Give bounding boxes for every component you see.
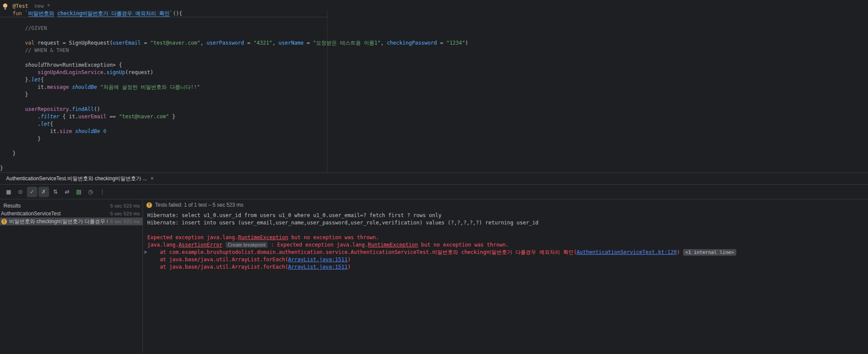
code-token: 비밀번호와 [28, 10, 54, 17]
code-line[interactable]: it.message shouldBe "처음에 설정한 비밀번호와 다릅니다!… [0, 84, 868, 91]
assertion-error-link[interactable]: AssertionError [178, 242, 222, 248]
code-token: Hibernate: insert into users (user_email… [147, 220, 538, 226]
tests-failed-icon: ! [146, 202, 152, 208]
test-history-icon[interactable]: ◷ [85, 187, 96, 197]
test-tree-label: AuthenticationServiceTest [1, 211, 108, 217]
code-line[interactable]: @Test new * [0, 3, 868, 10]
file-line-link[interactable]: ArrayList.java:1511 [288, 257, 347, 263]
code-line[interactable]: //GIVEN [0, 25, 868, 32]
code-token: }. [0, 77, 31, 83]
console-line [147, 227, 868, 234]
code-line[interactable]: } [0, 165, 868, 172]
code-token: Expected exception java.lang. [147, 234, 238, 240]
code-token: let [31, 77, 41, 83]
code-token: , [200, 40, 206, 46]
test-tree-label: Results [3, 203, 108, 209]
code-token [680, 249, 683, 255]
internal-lines-chip[interactable]: <1 internal line> [683, 249, 736, 256]
code-token: new * [34, 3, 50, 9]
code-token: "요청받은 테스트용 이름1" [313, 40, 381, 46]
code-line[interactable]: }.let{ [0, 76, 868, 84]
sort-alphabetically-icon[interactable]: ⇅ [50, 187, 61, 197]
test-console[interactable]: ! Tests failed: 1 of 1 test – 5 sec 523 … [143, 199, 868, 353]
code-line[interactable]: .filter { it.userEmail == "test@naver.co… [0, 113, 868, 120]
code-token: let [41, 121, 50, 127]
code-line[interactable]: val request = SignUpRequest(userEmail = … [0, 39, 868, 47]
code-token [0, 106, 25, 112]
code-token: = [141, 40, 150, 46]
code-line[interactable]: } [0, 150, 868, 157]
tab-close-icon[interactable]: × [150, 175, 153, 182]
code-token: . [103, 69, 106, 75]
stacktrace-fold-icon[interactable]: > [144, 249, 147, 256]
code-token [0, 10, 13, 16]
code-line[interactable]: shouldThrow<RuntimeException> { [0, 62, 868, 69]
console-line: Hibernate: select u1_0.user_id from user… [147, 212, 868, 219]
show-ignored-icon[interactable]: ⊙ [15, 187, 26, 197]
code-token: "test@naver.com" [119, 114, 169, 120]
code-token: , [381, 40, 387, 46]
test-error-icon: ! [1, 219, 7, 224]
code-token: fun [13, 10, 25, 16]
export-test-results-icon[interactable]: ▤ [74, 187, 84, 197]
code-token [28, 3, 34, 9]
code-token: } [0, 150, 16, 156]
stop-icon[interactable]: ■ [3, 187, 14, 197]
code-token: ) [465, 40, 468, 46]
code-line[interactable]: } [0, 135, 868, 143]
code-token: ` [25, 10, 28, 16]
console-line: at java.base/java.util.ArrayList.forEach… [147, 263, 868, 271]
console-line: > at com.example.brushuptodolist.domain.… [147, 249, 868, 256]
code-token: at java.base/java.util.ArrayList.forEach… [147, 257, 288, 263]
show-failed-icon[interactable]: ✗ [39, 187, 49, 197]
run-tab[interactable]: AuthenticationServiceTest.비밀번호와 checking… [4, 173, 155, 184]
runtime-exception-link[interactable]: RuntimeException [368, 242, 418, 248]
code-token: == [107, 114, 119, 120]
test-tree-row[interactable]: !비밀번호와 checking비밀번호가 다를경우 예외처리 확인5 sec 5… [0, 218, 143, 225]
code-token: shouldBe [75, 128, 100, 134]
code-token: size [59, 128, 72, 134]
code-token: userRepository [25, 106, 69, 112]
create-breakpoint-chip[interactable]: Create breakpoint [226, 242, 268, 248]
code-token: //GIVEN [0, 25, 47, 31]
test-tree-row[interactable]: AuthenticationServiceTest5 sec 523 ms [0, 210, 143, 218]
run-panel: AuthenticationServiceTest.비밀번호와 checking… [0, 173, 868, 354]
code-token: val [25, 40, 35, 46]
code-line[interactable] [0, 98, 868, 106]
code-line[interactable]: } [0, 91, 868, 98]
code-line[interactable]: fun `비밀번호와 checking비밀번호가 다를경우 예외처리 확인`()… [0, 10, 868, 17]
test-tree[interactable]: Results5 sec 523 msAuthenticationService… [0, 199, 143, 353]
code-token: signUpAndLoginService [38, 69, 104, 75]
test-tree-row[interactable]: Results5 sec 523 ms [0, 202, 143, 210]
code-line[interactable]: .let{ [0, 120, 868, 128]
code-token: : Expected exception java.lang. [268, 242, 368, 248]
file-line-link[interactable]: AuthenticationServiceTest.kt:120 [577, 249, 677, 255]
console-status: ! Tests failed: 1 of 1 test – 5 sec 523 … [143, 199, 868, 211]
code-line[interactable] [0, 143, 868, 150]
code-token: "test@naver.com" [150, 40, 201, 46]
code-line[interactable]: it.size shouldBe 0 [0, 128, 868, 135]
code-editor[interactable]: @Test new * fun `비밀번호와 checking비밀번호가 다를경… [0, 0, 868, 173]
code-line[interactable] [0, 54, 868, 62]
code-token: Hibernate: select u1_0.user_id from user… [147, 212, 441, 218]
console-line: Hibernate: insert into users (user_email… [147, 219, 868, 227]
intention-bulb-icon[interactable] [3, 3, 7, 8]
code-line[interactable] [0, 157, 868, 165]
rerun-failed-tests-icon[interactable]: ⇄ [62, 187, 72, 197]
run-toolbar: ■⊙✓✗⇅⇄▤◷⋮ [0, 185, 868, 199]
code-token: checkingPassword [387, 40, 437, 46]
code-line[interactable]: // WHEN & THEN [0, 47, 868, 54]
file-line-link[interactable]: ArrayList.java:1511 [288, 264, 347, 270]
code-line[interactable]: signUpAndLoginService.signUp(request) [0, 69, 868, 76]
code-token: shouldBe [72, 84, 97, 90]
runtime-exception-link[interactable]: RuntimeException [238, 234, 288, 240]
code-token: = [244, 40, 254, 46]
code-line[interactable] [0, 32, 868, 39]
show-passed-icon[interactable]: ✓ [27, 187, 37, 197]
code-token [0, 40, 25, 46]
more-options-icon[interactable]: ⋮ [97, 187, 107, 197]
code-line[interactable] [0, 17, 868, 25]
tests-failed-summary: Tests failed: 1 of 1 test – 5 sec 523 ms [155, 202, 243, 208]
code-line[interactable]: userRepository.findAll() [0, 106, 868, 113]
code-token: () [94, 106, 100, 112]
